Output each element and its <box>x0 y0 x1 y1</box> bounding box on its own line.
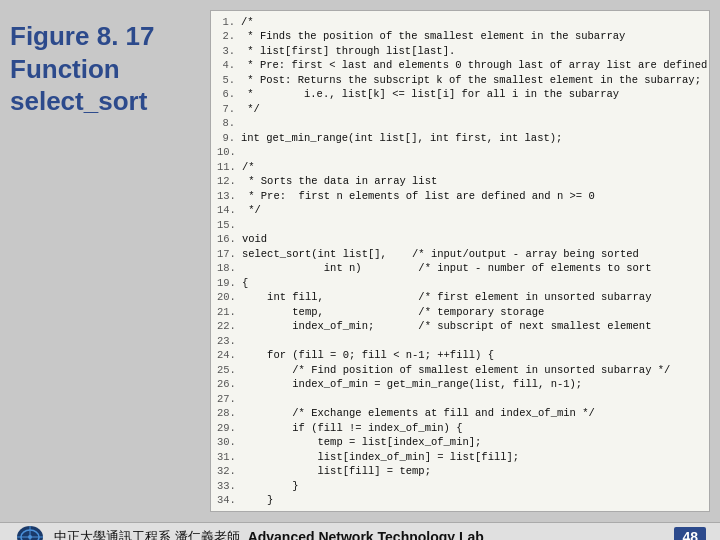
line-code: int n) /* input - number of elements to … <box>242 261 710 275</box>
table-row: 19.{ <box>217 276 703 290</box>
table-row: 32. list[fill] = temp; <box>217 464 703 478</box>
table-row: 24. for (fill = 0; fill < n-1; ++fill) { <box>217 348 703 362</box>
line-number: 20. <box>217 290 236 304</box>
line-code: * list[first] through list[last]. <box>241 44 455 58</box>
line-code: */ <box>241 102 260 116</box>
footer-left: ANT 中正大學通訊工程系 潘仁義老師 Advanced Network Tec… <box>14 523 484 540</box>
table-row: 16.void <box>217 232 703 246</box>
line-code: * Post: Returns the subscript k of the s… <box>241 73 701 87</box>
line-code: * Sorts the data in array list <box>242 174 437 188</box>
line-number: 21. <box>217 305 236 319</box>
line-number: 33. <box>217 479 236 493</box>
table-row: 31. list[index_of_min] = list[fill]; <box>217 450 703 464</box>
line-number: 2. <box>217 29 235 43</box>
line-number: 3. <box>217 44 235 58</box>
footer: ANT 中正大學通訊工程系 潘仁義老師 Advanced Network Tec… <box>0 522 720 540</box>
logo-icon: ANT <box>15 524 45 540</box>
line-number: 5. <box>217 73 235 87</box>
line-number: 27. <box>217 392 236 406</box>
table-row: 33. } <box>217 479 703 493</box>
table-row: 25. /* Find position of smallest element… <box>217 363 703 377</box>
line-code: select_sort(int list[], /* input/output … <box>242 247 710 261</box>
table-row: 21. temp, /* temporary storage */ <box>217 305 703 319</box>
footer-cn-text: 中正大學通訊工程系 潘仁義老師 <box>54 528 240 540</box>
line-code: } <box>242 479 299 493</box>
line-number: 8. <box>217 116 235 130</box>
line-code: */ <box>242 203 261 217</box>
table-row: 14. */ <box>217 203 703 217</box>
line-number: 29. <box>217 421 236 435</box>
slide-title: Figure 8. 17 Function select_sort <box>10 20 200 118</box>
line-number: 4. <box>217 58 235 72</box>
table-row: 7. */ <box>217 102 703 116</box>
table-row: 17.select_sort(int list[], /* input/outp… <box>217 247 703 261</box>
line-number: 13. <box>217 189 236 203</box>
line-number: 30. <box>217 435 236 449</box>
line-code: /* <box>241 15 254 29</box>
line-code: index_of_min = get_min_range(list, fill,… <box>242 377 582 391</box>
table-row: 26. index_of_min = get_min_range(list, f… <box>217 377 703 391</box>
line-number: 23. <box>217 334 236 348</box>
line-code: /* <box>242 160 255 174</box>
line-code: temp = list[index_of_min]; <box>242 435 481 449</box>
line-code: /* Exchange elements at fill and index_o… <box>242 406 595 420</box>
line-code: * Finds the position of the smallest ele… <box>241 29 625 43</box>
table-row: 13. * Pre: first n elements of list are … <box>217 189 703 203</box>
line-code: /* Find position of smallest element in … <box>242 363 670 377</box>
line-number: 19. <box>217 276 236 290</box>
line-code: int fill, /* first element in unsorted s… <box>242 290 710 304</box>
left-panel: Figure 8. 17 Function select_sort <box>10 10 200 512</box>
table-row: 28. /* Exchange elements at fill and ind… <box>217 406 703 420</box>
line-number: 31. <box>217 450 236 464</box>
table-row: 23. <box>217 334 703 348</box>
table-row: 9.int get_min_range(int list[], int firs… <box>217 131 703 145</box>
line-number: 10. <box>217 145 236 159</box>
logo: ANT <box>14 523 46 540</box>
line-code: int get_min_range(int list[], int first,… <box>241 131 562 145</box>
line-number: 9. <box>217 131 235 145</box>
table-row: 20. int fill, /* first element in unsort… <box>217 290 703 304</box>
table-row: 10. <box>217 145 703 159</box>
line-number: 22. <box>217 319 236 333</box>
svg-point-4 <box>28 535 32 539</box>
footer-en-text: Advanced Network Technology Lab <box>248 529 484 540</box>
line-code: for (fill = 0; fill < n-1; ++fill) { <box>242 348 494 362</box>
line-number: 15. <box>217 218 236 232</box>
line-number: 25. <box>217 363 236 377</box>
line-code: temp, /* temporary storage */ <box>242 305 710 319</box>
line-number: 12. <box>217 174 236 188</box>
table-row: 30. temp = list[index_of_min]; <box>217 435 703 449</box>
line-number: 26. <box>217 377 236 391</box>
table-row: 8. <box>217 116 703 130</box>
table-row: 15. <box>217 218 703 232</box>
line-number: 16. <box>217 232 236 246</box>
line-code: * Pre: first < last and elements 0 throu… <box>241 58 710 72</box>
line-code: { <box>242 276 248 290</box>
table-row: 1./* <box>217 15 703 29</box>
table-row: 4. * Pre: first < last and elements 0 th… <box>217 58 703 72</box>
table-row: 34. } <box>217 493 703 507</box>
table-row: 18. int n) /* input - number of elements… <box>217 261 703 275</box>
table-row: 6. * i.e., list[k] <= list[i] for all i … <box>217 87 703 101</box>
page-number: 48 <box>674 527 706 540</box>
line-number: 7. <box>217 102 235 116</box>
line-number: 32. <box>217 464 236 478</box>
line-number: 11. <box>217 160 236 174</box>
line-number: 34. <box>217 493 236 507</box>
code-panel: 1./*2. * Finds the position of the small… <box>210 10 710 512</box>
line-code: index_of_min; /* subscript of next small… <box>242 319 710 333</box>
table-row: 3. * list[first] through list[last]. <box>217 44 703 58</box>
line-code: list[fill] = temp; <box>242 464 431 478</box>
table-row: 2. * Finds the position of the smallest … <box>217 29 703 43</box>
line-number: 18. <box>217 261 236 275</box>
line-code: * Pre: first n elements of list are defi… <box>242 189 595 203</box>
line-number: 14. <box>217 203 236 217</box>
table-row: 12. * Sorts the data in array list <box>217 174 703 188</box>
main-content: Figure 8. 17 Function select_sort 1./*2.… <box>0 0 720 522</box>
line-number: 1. <box>217 15 235 29</box>
line-code: } <box>242 493 274 507</box>
line-number: 17. <box>217 247 236 261</box>
table-row: 27. <box>217 392 703 406</box>
line-number: 24. <box>217 348 236 362</box>
line-code: if (fill != index_of_min) { <box>242 421 463 435</box>
